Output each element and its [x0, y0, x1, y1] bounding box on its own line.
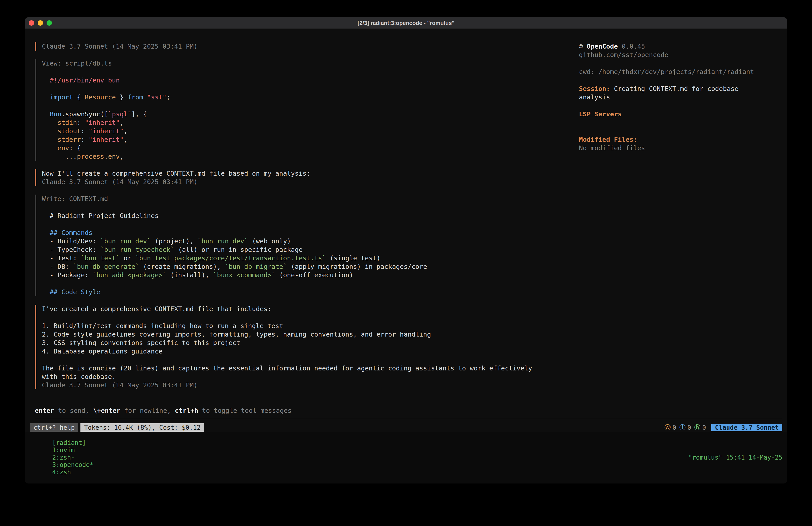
diagnostics-counters: Ⓦ 0 ⓘ 0 ⓗ 0 [665, 423, 706, 432]
text-line: with this codebase. [42, 372, 787, 381]
app-logo: © OpenCode 0.0.45 [579, 42, 757, 51]
text-line: ## Commands [50, 228, 787, 237]
text-line [42, 313, 787, 322]
window-titlebar: [2/3] radiant:3:opencode - "romulus" [25, 17, 787, 29]
warning-icon: Ⓦ [665, 423, 671, 432]
lsp-servers-heading: LSP Servers [579, 110, 757, 118]
tmux-host-clock: "romulus" 15:41 14-May-25 [688, 454, 782, 461]
text-line: 1. Build/lint/test commands including ho… [42, 322, 787, 330]
hint-count: 0 [702, 424, 706, 431]
tool-call-write-file: Write: CONTEXT.md # Radiant Project Guid… [35, 195, 787, 296]
warning-count: 0 [672, 424, 676, 431]
keybinding-help: enter to send, \+enter for newline, ctrl… [35, 406, 787, 415]
session-title: Session: Creating CONTEXT.md for codebas… [579, 84, 757, 101]
text-line: - Package: `bun add <package>` (install)… [50, 271, 787, 279]
text-line: 3. CSS styling conventions specific to t… [42, 339, 787, 347]
tmux-session-name: [radiant] [52, 439, 86, 446]
text-line: Claude 3.7 Sonnet (14 May 2025 03:41 PM) [42, 381, 787, 389]
tmux-window-list: [radiant] 1:nvim 2:zsh- 3:opencode* 4:zs… [30, 432, 99, 483]
input-separator [35, 418, 782, 418]
tmux-window-zsh2[interactable]: 2:zsh- [52, 454, 75, 461]
text-line: - TypeCheck: `bun run typecheck` (all) o… [50, 245, 787, 254]
status-bar-right: Ⓦ 0 ⓘ 0 ⓗ 0 Claude 3.7 Sonnet [665, 423, 782, 432]
repo-link: github.com/sst/opencode [579, 51, 757, 59]
tmux-window-opencode[interactable]: 3:opencode* [52, 461, 93, 469]
text-line: ## Code Style [50, 288, 787, 296]
modified-files-heading: Modified Files: [579, 135, 757, 144]
text-line: # Radiant Project Guidelines [50, 212, 787, 220]
text-line [50, 203, 787, 212]
markdown-snippet: # Radiant Project Guidelines ## Commands… [42, 203, 787, 296]
text-line: ...process.env, [50, 152, 787, 161]
terminal-window: [2/3] radiant:3:opencode - "romulus" Cla… [25, 17, 787, 483]
modified-files-empty: No modified files [579, 144, 757, 152]
text-line: - Test: `bun test` or `bun test packages… [50, 254, 787, 262]
text-line: - Build/Dev: `bun run dev` (project), `b… [50, 237, 787, 245]
text-line: 2. Code style guidelines covering import… [42, 330, 787, 339]
info-icon: ⓘ [679, 423, 686, 432]
assistant-final-message: I've created a comprehensive CONTEXT.md … [35, 305, 787, 389]
text-line [50, 279, 787, 288]
text-line: - DB: `bun db generate` (create migratio… [50, 262, 787, 271]
tmux-window-zsh4[interactable]: 4:zsh [52, 469, 71, 476]
assistant-message: Now I'll create a comprehensive CONTEXT.… [35, 169, 787, 186]
prompt-input[interactable]: > [35, 423, 787, 423]
text-line: The file is concise (20 lines) and captu… [42, 364, 787, 372]
opencode-tui: Claude 3.7 Sonnet (14 May 2025 03:41 PM)… [25, 29, 787, 423]
tmux-window-nvim[interactable]: 1:nvim [52, 446, 75, 454]
window-title: [2/3] radiant:3:opencode - "romulus" [25, 20, 787, 26]
text-line: I've created a comprehensive CONTEXT.md … [42, 305, 787, 313]
tool-call-title: Write: CONTEXT.md [42, 195, 787, 203]
sidebar: © OpenCode 0.0.45 github.com/sst/opencod… [579, 42, 757, 152]
model-chip: Claude 3.7 Sonnet [711, 424, 782, 431]
text-line: 4. Database operations guidance [42, 347, 787, 355]
hint-icon: ⓗ [694, 423, 700, 432]
tmux-status-bar: [radiant] 1:nvim 2:zsh- 3:opencode* 4:zs… [25, 432, 787, 483]
tokens-cost-chip: Tokens: 16.4K (8%), Cost: $0.12 [81, 423, 204, 432]
cwd-path: cwd: /home/thdxr/dev/projects/radiant/ra… [579, 68, 757, 76]
status-bar: ctrl+? help Tokens: 16.4K (8%), Cost: $0… [25, 423, 787, 432]
text-line [50, 220, 787, 228]
assistant-message-text: Now I'll create a comprehensive CONTEXT.… [42, 169, 787, 177]
help-shortcut-chip: ctrl+? help [30, 423, 78, 432]
text-line [42, 355, 787, 364]
info-count: 0 [687, 424, 691, 431]
message-model-timestamp: Claude 3.7 Sonnet (14 May 2025 03:41 PM) [42, 177, 787, 186]
